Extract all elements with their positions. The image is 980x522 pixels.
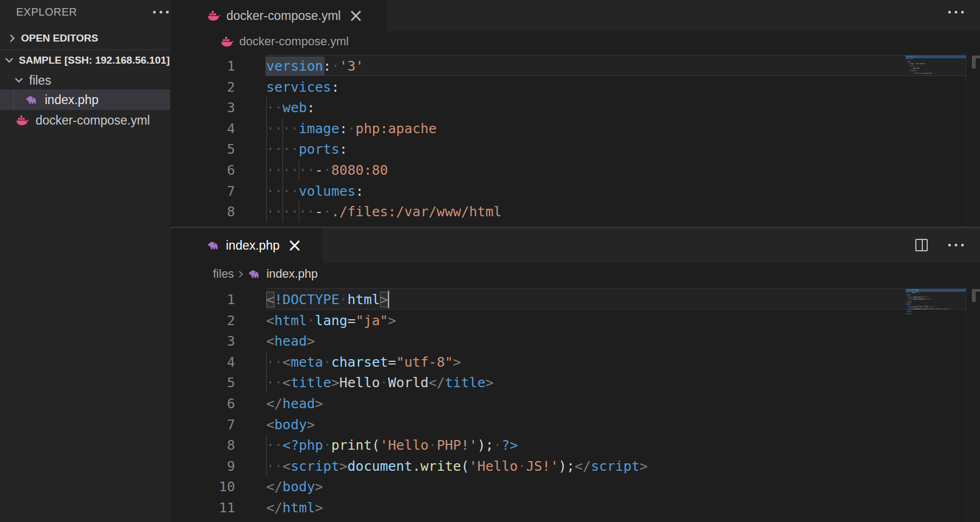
code-line[interactable]: 8··<?php·print('Hello·PHP!');·?> <box>170 435 980 456</box>
code-line[interactable]: 3··web: <box>170 97 980 118</box>
code-token: > <box>639 458 647 474</box>
code-token: </ <box>266 500 282 516</box>
code-token: !DOCTYPE <box>274 292 339 307</box>
code-token: ); <box>558 458 575 474</box>
editor-actions <box>948 11 964 13</box>
code-line[interactable]: 11</html> <box>170 497 980 518</box>
code-line[interactable]: 9 <box>170 222 980 227</box>
code-token: > <box>339 458 347 474</box>
code-line[interactable]: 1version:·'3' <box>170 56 980 77</box>
explorer-more-icon[interactable] <box>153 11 169 13</box>
code-line[interactable]: 10</body> <box>170 476 980 497</box>
code-token: : <box>339 141 347 157</box>
breadcrumb[interactable]: docker-compose.yml <box>170 31 980 52</box>
line-number: 2 <box>170 310 235 331</box>
tree-item-docker-compose[interactable]: docker-compose.yml <box>0 110 170 130</box>
line-number: 4 <box>170 118 235 139</box>
code-line[interactable]: 4··<meta·charset="utf-8"> <box>170 352 980 373</box>
code-editor-yaml[interactable]: 1version:·'3'2services:3··web:4····image… <box>170 52 980 227</box>
code-line[interactable]: 3<head> <box>170 331 980 352</box>
code-token: php:apache <box>356 121 437 136</box>
code-token: </ <box>575 458 591 474</box>
tab-bar: index.php × <box>170 228 980 263</box>
code-token: ···· <box>266 121 299 136</box>
breadcrumb[interactable]: files index.php <box>170 263 980 285</box>
tab-index-php[interactable]: index.php × <box>171 228 322 263</box>
tree-item-label: files <box>29 73 51 88</box>
code-token: image <box>299 121 339 136</box>
code-token: < <box>266 333 274 349</box>
code-token: '3' <box>339 58 363 74</box>
code-token: head <box>282 396 315 411</box>
code-line[interactable]: 6</head> <box>170 393 980 414</box>
code-token: > <box>307 417 315 432</box>
code-token: "ja" <box>356 313 388 328</box>
code-line[interactable]: 5····ports: <box>170 139 980 160</box>
code-line[interactable]: 9··<script>document.write('Hello·JS!');<… <box>170 456 980 477</box>
code-token: · <box>494 437 502 453</box>
code-token: < <box>282 375 291 390</box>
more-actions-icon[interactable] <box>948 244 964 246</box>
breadcrumb-item[interactable]: docker-compose.yml <box>239 35 349 49</box>
code-line[interactable]: 2services: <box>170 77 980 98</box>
more-actions-icon[interactable] <box>948 11 964 13</box>
breadcrumb-item[interactable]: index.php <box>266 267 318 281</box>
line-number: 1 <box>170 289 235 310</box>
code-line[interactable]: 8······-·./files:/var/www/html <box>170 201 980 222</box>
editor-region: docker-compose.yml × docker-compose.yml … <box>170 0 980 522</box>
code-token: title <box>291 375 331 390</box>
tree-item-files[interactable]: files <box>0 70 170 91</box>
split-editor-icon[interactable] <box>915 239 928 251</box>
tree-item-index-php[interactable]: index.php <box>0 90 170 110</box>
section-sample[interactable]: SAMPLE [SSH: 192.168.56.101] <box>0 50 170 71</box>
code-token: Hello <box>340 375 380 390</box>
code-line[interactable]: 7<body> <box>170 414 980 435</box>
section-label: SAMPLE [SSH: 192.168.56.101] <box>19 54 170 66</box>
code-line[interactable]: 2<html·lang="ja"> <box>170 310 980 331</box>
code-token: lang <box>315 313 347 328</box>
code-token: ·· <box>266 458 282 474</box>
code-token: · <box>307 313 315 328</box>
code-token: <?php <box>282 437 323 453</box>
code-token: · <box>323 204 331 219</box>
minimap[interactable]: version: '3'services: web: image: php:ap… <box>906 56 966 227</box>
close-icon[interactable]: × <box>348 10 363 21</box>
code-token: · <box>380 375 388 390</box>
close-icon[interactable]: × <box>287 240 302 251</box>
tab-label: index.php <box>226 238 280 253</box>
line-number: 8 <box>170 201 235 222</box>
code-token: > <box>315 396 323 411</box>
code-token: web <box>282 100 307 115</box>
code-line[interactable]: 6······-·8080:80 <box>170 160 980 181</box>
section-open-editors[interactable]: OPEN EDITORS <box>0 28 170 49</box>
scrollbar-thumb[interactable] <box>972 58 976 68</box>
code-line[interactable]: 12 <box>170 518 980 522</box>
code-token: · <box>323 354 331 370</box>
code-line[interactable]: 1<!DOCTYPE·html> <box>170 289 980 310</box>
code-token: title <box>445 375 485 390</box>
code-line[interactable]: 4····image:·php:apache <box>170 118 980 139</box>
scrollbar-thumb[interactable] <box>972 292 976 302</box>
text-cursor <box>388 291 389 308</box>
code-token: < <box>282 354 291 370</box>
code-token: body <box>274 417 307 432</box>
code-token: < <box>266 292 274 307</box>
code-token: </ <box>266 396 282 411</box>
code-token: PHP!' <box>437 437 477 453</box>
minimap-border <box>966 285 967 522</box>
code-token: > <box>315 479 323 494</box>
minimap[interactable]: <!DOCTYPE html><html lang="ja"><head> <m… <box>906 289 966 522</box>
breadcrumb-item[interactable]: files <box>213 267 234 281</box>
tree-item-label: docker-compose.yml <box>36 113 150 128</box>
code-line[interactable]: 7····volumes: <box>170 181 980 202</box>
php-icon <box>206 239 220 252</box>
code-line[interactable]: 5··<title>Hello·World</title> <box>170 372 980 393</box>
docker-icon <box>206 9 220 23</box>
code-token: : <box>323 58 331 74</box>
code-editor-php[interactable]: 1<!DOCTYPE·html>2<html·lang="ja">3<head>… <box>170 285 980 522</box>
code-token: 8080:80 <box>331 162 388 178</box>
code-token: > <box>307 333 315 349</box>
code-token: . <box>412 458 420 474</box>
tab-docker-compose[interactable]: docker-compose.yml × <box>171 0 387 31</box>
line-number: 3 <box>170 331 235 352</box>
